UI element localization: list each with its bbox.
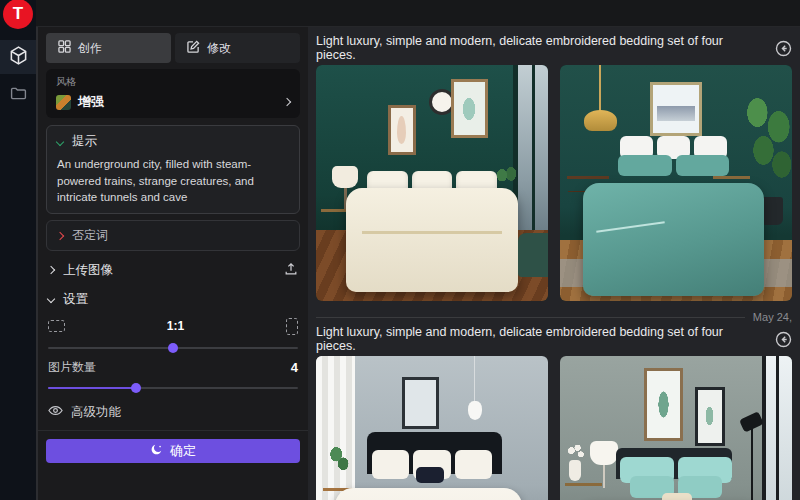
folder-icon (10, 85, 27, 106)
eye-icon (48, 403, 63, 421)
image-count-slider[interactable] (48, 383, 298, 393)
prompt-input[interactable]: An underground city, filled with steam-p… (57, 156, 289, 206)
slider-fill (48, 387, 136, 389)
image-count-value: 4 (291, 360, 298, 375)
style-value: 增强 (78, 93, 277, 111)
generated-image-4[interactable] (560, 356, 792, 500)
cube-icon (9, 46, 28, 69)
aspect-ratio-slider[interactable] (48, 343, 298, 353)
gallery-group-1-header: Light luxury, simple and modern, delicat… (316, 39, 792, 57)
advanced-features-toggle[interactable]: 高级功能 (46, 403, 300, 421)
upload-icon (284, 262, 298, 279)
gallery-group-2-header: Light luxury, simple and modern, delicat… (316, 330, 792, 348)
top-bar (36, 0, 800, 27)
style-thumbnail (56, 95, 71, 110)
style-label: 风格 (56, 75, 290, 89)
bedroom-scene-aqua (560, 356, 792, 500)
bedroom-scene-cream (316, 65, 548, 301)
upload-image-section[interactable]: 上传图像 (46, 258, 300, 282)
chevron-right-icon (56, 231, 64, 239)
reuse-prompt-button[interactable] (775, 40, 792, 57)
slider-thumb[interactable] (168, 343, 178, 353)
advanced-features-label: 高级功能 (71, 404, 121, 421)
upload-image-label: 上传图像 (63, 262, 275, 279)
bedroom-scene-white (316, 356, 548, 500)
tab-create[interactable]: 创作 (46, 33, 171, 63)
chevron-down-icon (47, 295, 55, 303)
gallery: Light luxury, simple and modern, delicat… (308, 27, 800, 500)
tab-modify[interactable]: 修改 (175, 33, 300, 63)
chevron-right-icon (283, 98, 291, 106)
bedroom-scene-teal (560, 65, 792, 301)
prompt-label: 提示 (72, 133, 97, 150)
negative-prompt-label: 否定词 (72, 227, 108, 244)
image-count-label: 图片数量 (48, 359, 96, 376)
prompt-section: 提示 An underground city, filled with stea… (46, 125, 300, 214)
portrait-ratio-icon[interactable] (286, 318, 298, 335)
app-logo[interactable]: T (3, 0, 33, 29)
tab-create-label: 创作 (78, 40, 102, 57)
generated-image-3[interactable] (316, 356, 548, 500)
confirm-button[interactable]: 确定 (46, 439, 300, 463)
aspect-ratio-control: 1:1 (46, 317, 300, 335)
panel-divider (38, 430, 308, 431)
prompt-caption: Light luxury, simple and modern, delicat… (316, 34, 761, 62)
reuse-prompt-button[interactable] (775, 331, 792, 348)
prompt-caption: Light luxury, simple and modern, delicat… (316, 325, 761, 353)
tab-modify-label: 修改 (207, 40, 231, 57)
generated-image-2[interactable] (560, 65, 792, 301)
date-divider: May 24, (316, 310, 792, 324)
negative-prompt-section[interactable]: 否定词 (46, 220, 300, 251)
gallery-row-2 (316, 356, 792, 500)
image-count-control: 图片数量 4 (46, 359, 300, 375)
mode-tabs: 创作 修改 (46, 33, 300, 63)
date-label: May 24, (753, 311, 792, 323)
sidebar: T (0, 0, 36, 500)
generated-image-1[interactable] (316, 65, 548, 301)
prompt-section-header[interactable]: 提示 (57, 133, 289, 150)
grid-icon (58, 40, 71, 56)
sidebar-item-models[interactable] (0, 40, 36, 74)
crescent-moon-icon (150, 443, 163, 459)
edit-icon (187, 40, 200, 56)
gallery-row-1 (316, 65, 792, 301)
chevron-down-icon (56, 137, 64, 145)
aspect-ratio-value: 1:1 (65, 319, 286, 333)
settings-label: 设置 (63, 291, 298, 308)
sidebar-item-files[interactable] (0, 78, 36, 112)
style-selector[interactable]: 增强 (56, 93, 290, 111)
landscape-ratio-icon[interactable] (48, 320, 65, 332)
style-section: 风格 增强 (46, 69, 300, 118)
divider-line (316, 317, 745, 318)
settings-section-header[interactable]: 设置 (46, 287, 300, 311)
confirm-button-label: 确定 (170, 442, 196, 460)
generation-panel: 创作 修改 风格 增强 提示 An underground city, fill… (36, 27, 308, 500)
chevron-right-icon (47, 266, 55, 274)
slider-thumb[interactable] (131, 383, 141, 393)
